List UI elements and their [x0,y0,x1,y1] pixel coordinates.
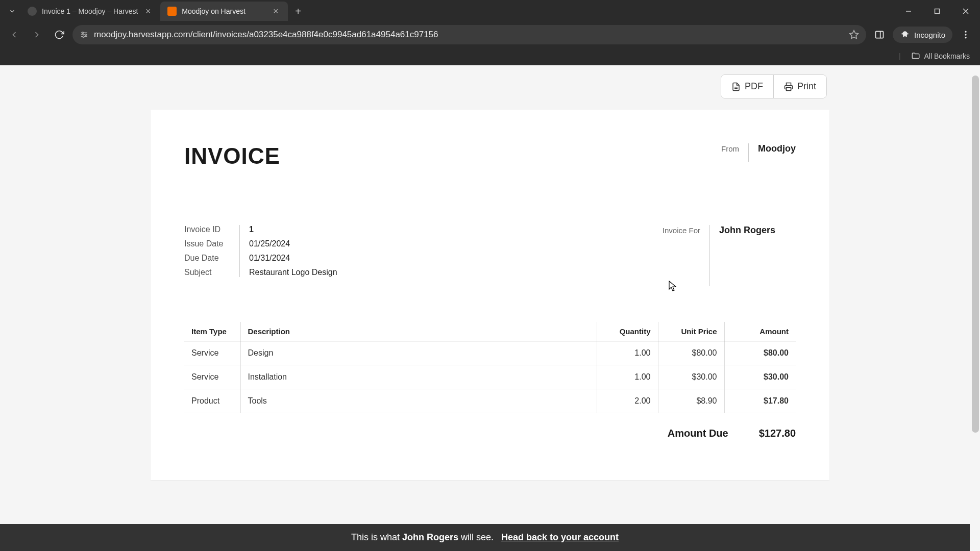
print-button[interactable]: Print [774,75,826,98]
svg-rect-1 [935,9,940,14]
col-header-qty: Quantity [597,322,658,341]
col-header-price: Unit Price [658,322,724,341]
meta-label-subject: Subject [184,268,230,277]
invoice-for-block: Invoice For John Rogers [663,225,796,286]
page-content: PDF Print INVOICE From Moodjoy Invoice I… [0,65,980,551]
document-icon [731,82,741,91]
meta-label-issue: Issue Date [184,239,230,248]
browser-chrome: Invoice 1 – Moodjoy – Harvest × Moodjoy … [0,0,980,65]
pdf-label: PDF [745,81,763,92]
cell-amount: $80.00 [724,341,796,365]
tab-bar: Invoice 1 – Moodjoy – Harvest × Moodjoy … [0,0,980,22]
invoice-card: INVOICE From Moodjoy Invoice ID Issue Da… [151,110,829,480]
cell-type: Product [184,389,240,413]
svg-rect-11 [876,31,884,38]
footer-suffix: will see. [458,532,494,542]
reload-button[interactable] [50,26,68,44]
all-bookmarks-link[interactable]: All Bookmarks [924,52,970,60]
meta-label-due: Due Date [184,254,230,263]
svg-rect-18 [786,87,791,90]
folder-icon [911,52,920,61]
meta-value-id: 1 [249,225,337,234]
cell-desc: Installation [240,365,597,389]
new-tab-button[interactable]: + [288,6,308,17]
back-to-account-link[interactable]: Head back to your account [501,532,619,542]
incognito-label: Incognito [914,31,945,39]
pdf-button[interactable]: PDF [721,75,774,98]
scrollbar-thumb[interactable] [972,76,979,433]
invoice-meta: Invoice ID Issue Date Due Date Subject 1… [184,225,337,277]
cell-price: $8.90 [658,389,724,413]
close-window-button[interactable] [951,0,980,22]
from-label: From [721,143,739,153]
table-row: ServiceInstallation1.00$30.00$30.00 [184,365,796,389]
cell-type: Service [184,365,240,389]
site-settings-icon[interactable] [80,30,89,39]
print-label: Print [797,81,816,92]
cell-qty: 1.00 [597,365,658,389]
bookmarks-bar: | All Bookmarks [0,47,980,65]
maximize-button[interactable] [923,0,951,22]
invoice-heading: INVOICE [184,143,280,169]
svg-marker-10 [850,31,859,39]
col-header-type: Item Type [184,322,240,341]
tab-title: Moodjoy on Harvest [182,7,265,15]
meta-value-issue: 01/25/2024 [249,239,337,248]
cell-type: Service [184,341,240,365]
from-name: Moodjoy [758,143,796,154]
footer-name: John Rogers [402,532,458,542]
table-row: ProductTools2.00$8.90$17.80 [184,389,796,413]
cell-amount: $30.00 [724,365,796,389]
tab-title: Invoice 1 – Moodjoy – Harvest [42,7,138,15]
url-text: moodjoy.harvestapp.com/client/invoices/a… [94,30,844,40]
forward-button[interactable] [28,26,46,44]
cell-desc: Design [240,341,597,365]
meta-value-subject: Restaurant Logo Design [249,268,337,277]
cell-price: $80.00 [658,341,724,365]
for-name: John Rogers [719,225,796,236]
cell-qty: 1.00 [597,341,658,365]
address-bar[interactable]: moodjoy.harvestapp.com/client/invoices/a… [72,25,866,44]
back-button[interactable] [5,26,23,44]
print-icon [784,82,793,91]
meta-label-id: Invoice ID [184,225,230,234]
footer-prefix: This is what [351,532,402,542]
svg-point-8 [85,34,87,36]
svg-point-7 [82,32,84,34]
svg-point-15 [965,37,966,38]
from-block: From Moodjoy [721,143,796,162]
favicon-icon [28,7,37,16]
table-row: ServiceDesign1.00$80.00$80.00 [184,341,796,365]
preview-footer-bar: This is what John Rogers will see. Head … [0,524,970,551]
svg-point-13 [965,31,966,33]
minimize-button[interactable] [894,0,923,22]
browser-tab-active[interactable]: Moodjoy on Harvest × [160,2,288,21]
for-label: Invoice For [663,225,700,235]
browser-tab-inactive[interactable]: Invoice 1 – Moodjoy – Harvest × [20,2,160,21]
amount-due-label: Amount Due [668,428,728,439]
svg-point-14 [965,34,966,35]
window-controls [894,0,980,22]
close-icon[interactable]: × [143,6,153,17]
bookmark-star-icon[interactable] [849,30,859,40]
incognito-icon [900,30,910,40]
invoice-toolbar: PDF Print [0,65,980,98]
svg-point-9 [83,36,84,37]
totals-row: Amount Due $127.80 [184,428,796,439]
amount-due-value: $127.80 [759,428,796,439]
address-bar-row: moodjoy.harvestapp.com/client/invoices/a… [0,22,980,47]
incognito-indicator[interactable]: Incognito [893,27,952,43]
close-icon[interactable]: × [271,6,281,17]
cell-desc: Tools [240,389,597,413]
browser-menu-button[interactable] [957,26,975,44]
favicon-icon [167,7,177,16]
cell-amount: $17.80 [724,389,796,413]
side-panel-button[interactable] [870,26,889,44]
cell-price: $30.00 [658,365,724,389]
col-header-desc: Description [240,322,597,341]
line-items-table: Item Type Description Quantity Unit Pric… [184,322,796,413]
meta-value-due: 01/31/2024 [249,254,337,263]
tab-search-dropdown[interactable] [4,3,20,19]
cell-qty: 2.00 [597,389,658,413]
col-header-amount: Amount [724,322,796,341]
